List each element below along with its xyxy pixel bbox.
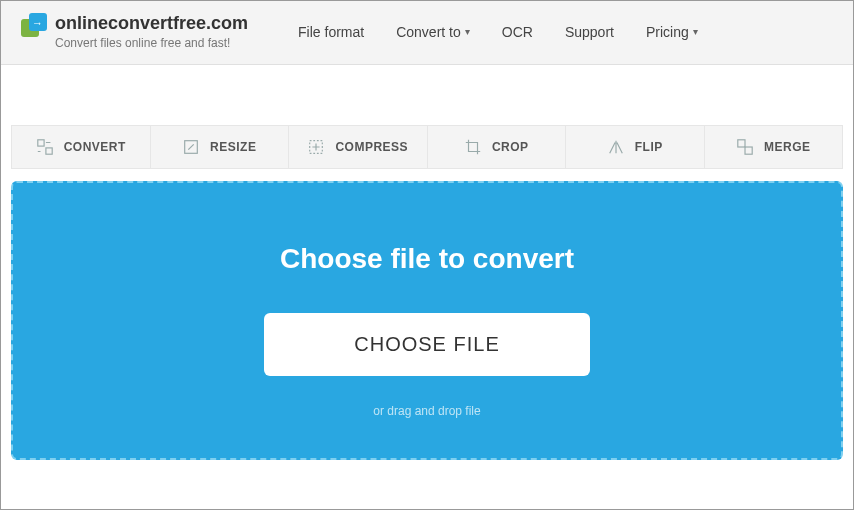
chevron-down-icon: ▾ <box>465 26 470 37</box>
spacer <box>1 65 853 125</box>
tab-resize[interactable]: RESIZE <box>151 126 290 168</box>
tab-label: CONVERT <box>64 140 126 154</box>
svg-rect-5 <box>745 147 752 154</box>
flip-icon <box>607 138 625 156</box>
tab-flip[interactable]: FLIP <box>566 126 705 168</box>
nav-pricing[interactable]: Pricing ▾ <box>646 24 698 40</box>
nav-label: Support <box>565 24 614 40</box>
svg-rect-4 <box>738 140 745 147</box>
nav-label: Convert to <box>396 24 461 40</box>
tab-crop[interactable]: CROP <box>428 126 567 168</box>
tab-label: CROP <box>492 140 529 154</box>
main-nav: File format Convert to ▾ OCR Support Pri… <box>298 24 698 40</box>
merge-icon <box>736 138 754 156</box>
svg-rect-1 <box>46 148 52 154</box>
chevron-down-icon: ▾ <box>693 26 698 37</box>
tab-label: FLIP <box>635 140 663 154</box>
nav-support[interactable]: Support <box>565 24 614 40</box>
nav-convert-to[interactable]: Convert to ▾ <box>396 24 470 40</box>
dropzone-title: Choose file to convert <box>33 243 821 275</box>
nav-ocr[interactable]: OCR <box>502 24 533 40</box>
tagline: Convert files online free and fast! <box>55 36 248 50</box>
tab-compress[interactable]: COMPRESS <box>289 126 428 168</box>
logo[interactable]: → onlineconvertfree.com Convert files on… <box>19 13 248 50</box>
nav-file-format[interactable]: File format <box>298 24 364 40</box>
tool-tabs: CONVERT RESIZE COMPRESS CROP FLIP MERGE <box>11 125 843 169</box>
nav-label: Pricing <box>646 24 689 40</box>
svg-rect-0 <box>37 140 43 146</box>
tab-label: RESIZE <box>210 140 256 154</box>
dropzone-hint: or drag and drop file <box>33 404 821 418</box>
nav-label: File format <box>298 24 364 40</box>
resize-icon <box>182 138 200 156</box>
convert-icon <box>36 138 54 156</box>
crop-icon <box>464 138 482 156</box>
header: → onlineconvertfree.com Convert files on… <box>1 1 853 65</box>
choose-file-button[interactable]: CHOOSE FILE <box>264 313 589 376</box>
tab-label: MERGE <box>764 140 811 154</box>
tab-merge[interactable]: MERGE <box>705 126 843 168</box>
nav-label: OCR <box>502 24 533 40</box>
compress-icon <box>307 138 325 156</box>
logo-icon: → <box>19 13 47 41</box>
site-name: onlineconvertfree.com <box>55 13 248 34</box>
dropzone[interactable]: Choose file to convert CHOOSE FILE or dr… <box>11 181 843 460</box>
tab-convert[interactable]: CONVERT <box>12 126 151 168</box>
tab-label: COMPRESS <box>335 140 408 154</box>
